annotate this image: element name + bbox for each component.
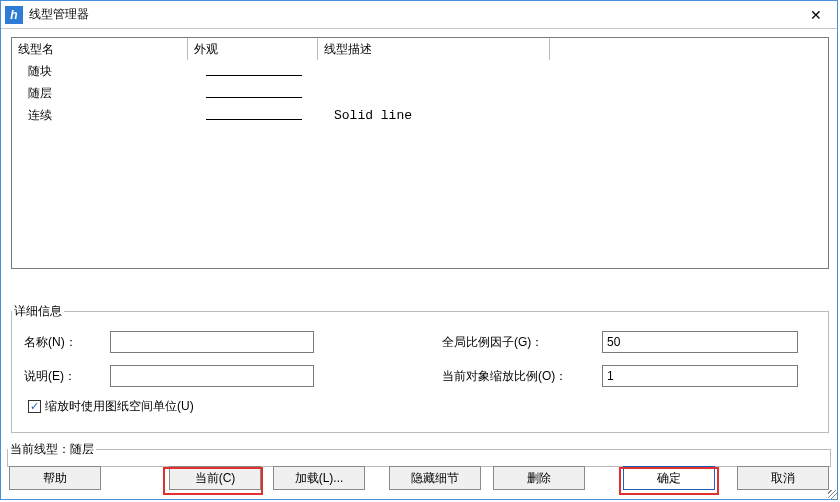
close-button[interactable]: ✕ [795, 1, 837, 29]
details-legend: 详细信息 [12, 303, 64, 320]
help-button[interactable]: 帮助 [9, 466, 101, 490]
name-label: 名称(N)： [24, 334, 110, 351]
window-title: 线型管理器 [29, 6, 795, 23]
checkbox-icon: ✓ [28, 400, 41, 413]
list-rows: 随块 随层 连续 Solid line [12, 60, 828, 126]
list-row[interactable]: 随块 [12, 60, 828, 82]
header-description[interactable]: 线型描述 [318, 38, 550, 60]
row-desc [318, 60, 550, 82]
row-name: 连续 [12, 104, 188, 126]
header-spacer [550, 38, 828, 60]
current-scale-input[interactable] [602, 365, 798, 387]
current-button[interactable]: 当前(C) [169, 466, 261, 490]
current-linetype-legend: 当前线型：随层 [8, 441, 96, 458]
delete-button[interactable]: 删除 [493, 466, 585, 490]
resize-grip-icon[interactable] [828, 490, 838, 500]
list-row[interactable]: 连续 Solid line [12, 104, 828, 126]
hide-details-button[interactable]: 隐藏细节 [389, 466, 481, 490]
paperspace-checkbox-row[interactable]: ✓ 缩放时使用图纸空间单位(U) [28, 398, 194, 415]
appearance-line-icon [206, 119, 302, 120]
detail-row-desc: 说明(E)： 当前对象缩放比例(O)： [24, 364, 816, 388]
details-fieldset: 详细信息 名称(N)： 全局比例因子(G)： 说明(E)： 当前对象缩放比例(O… [11, 311, 829, 433]
button-bar: 帮助 当前(C) 加载(L)... 隐藏细节 删除 确定 取消 [9, 463, 829, 493]
header-appearance[interactable]: 外观 [188, 38, 318, 60]
close-icon: ✕ [810, 7, 822, 23]
current-linetype-label: 当前线型： [10, 442, 70, 456]
content-area: 线型名 外观 线型描述 随块 随层 连续 [1, 29, 837, 499]
load-button[interactable]: 加载(L)... [273, 466, 365, 490]
ok-button[interactable]: 确定 [623, 466, 715, 490]
row-desc: Solid line [318, 104, 550, 126]
row-name: 随层 [12, 82, 188, 104]
current-scale-label: 当前对象缩放比例(O)： [442, 368, 602, 385]
appearance-line-icon [206, 75, 302, 76]
name-input[interactable] [110, 331, 314, 353]
cancel-button[interactable]: 取消 [737, 466, 829, 490]
paperspace-checkbox-label: 缩放时使用图纸空间单位(U) [45, 398, 194, 415]
detail-row-name: 名称(N)： 全局比例因子(G)： [24, 330, 816, 354]
appearance-line-icon [206, 97, 302, 98]
list-row[interactable]: 随层 [12, 82, 828, 104]
current-linetype-value: 随层 [70, 442, 94, 456]
desc-label: 说明(E)： [24, 368, 110, 385]
global-scale-input[interactable] [602, 331, 798, 353]
app-icon: h [5, 6, 23, 24]
list-header: 线型名 外观 线型描述 [12, 38, 828, 60]
row-desc [318, 82, 550, 104]
global-scale-label: 全局比例因子(G)： [442, 334, 602, 351]
row-name: 随块 [12, 60, 188, 82]
dialog-window: h 线型管理器 ✕ 线型名 外观 线型描述 随块 随层 [0, 0, 838, 500]
titlebar: h 线型管理器 ✕ [1, 1, 837, 29]
desc-input[interactable] [110, 365, 314, 387]
header-name[interactable]: 线型名 [12, 38, 188, 60]
linetype-list[interactable]: 线型名 外观 线型描述 随块 随层 连续 [11, 37, 829, 269]
